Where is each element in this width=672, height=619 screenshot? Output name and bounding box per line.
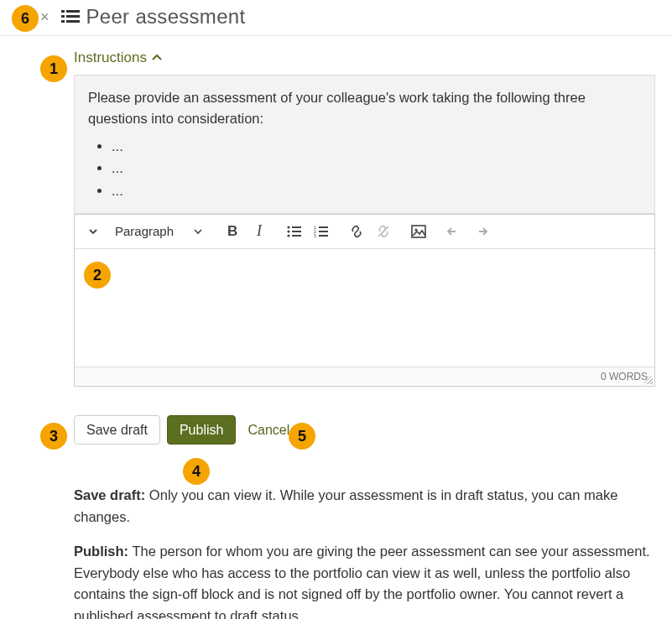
instructions-list: ... ... ... [88,136,641,201]
button-row: Save draft Publish Cancel [74,415,655,445]
editor-status-bar: 0 WORDS [75,367,654,386]
annotation-marker-4: 4 [183,458,210,485]
editor-toolbar: Paragraph B I 1 2 3 [75,214,654,249]
page-title: Peer assessment [86,5,246,29]
instructions-toggle[interactable]: Instructions [74,49,162,66]
rich-text-editor: Paragraph B I 1 2 3 [74,214,655,387]
word-count: 0 WORDS [601,371,648,382]
help-publish-label: Publish: [74,544,128,559]
instructions-intro: Please provide an assessment of your col… [88,87,641,129]
image-button[interactable] [407,220,430,243]
svg-rect-0 [61,10,65,13]
svg-text:3: 3 [314,233,316,238]
list-item: ... [112,180,641,201]
close-icon[interactable]: × [40,9,49,24]
annotation-marker-3: 3 [40,423,67,450]
svg-rect-17 [319,235,328,237]
svg-rect-5 [66,20,80,23]
svg-point-6 [287,226,289,228]
svg-rect-1 [66,10,80,13]
link-button[interactable] [345,220,368,243]
svg-rect-15 [319,231,328,232]
svg-rect-2 [61,15,65,18]
unlink-button[interactable] [372,220,395,243]
numbered-list-button[interactable]: 1 2 3 [310,220,333,243]
instructions-box: Please provide an assessment of your col… [74,75,655,214]
list-icon [61,8,80,25]
help-save-draft-label: Save draft: [74,487,145,502]
chevron-up-icon [152,53,162,63]
svg-rect-3 [66,15,80,18]
annotation-marker-1: 1 [40,55,67,82]
format-select[interactable]: Paragraph [108,221,209,242]
svg-rect-7 [292,226,301,228]
publish-button[interactable]: Publish [167,415,236,445]
save-draft-button[interactable]: Save draft [74,415,160,445]
list-item: ... [112,158,641,179]
annotation-marker-2: 2 [84,262,111,289]
redo-button[interactable] [469,220,492,243]
help-publish: Publish: The person for whom you are giv… [74,541,655,619]
svg-point-8 [287,230,289,232]
format-select-label: Paragraph [115,224,174,238]
svg-rect-13 [319,226,328,228]
svg-rect-11 [292,235,301,237]
bullet-list-button[interactable] [283,220,306,243]
resize-handle[interactable] [644,376,653,384]
list-item: ... [112,136,641,157]
help-block: Save draft: Only you can view it. While … [74,485,655,619]
instructions-label: Instructions [74,49,147,66]
help-save-draft-text: Only you can view it. While your assessm… [74,487,617,524]
bold-button[interactable]: B [221,220,244,243]
svg-rect-4 [61,20,65,23]
help-publish-text: The person for whom you are giving the p… [74,544,650,619]
svg-rect-9 [292,231,301,232]
editor-body[interactable] [75,249,654,367]
help-save-draft: Save draft: Only you can view it. While … [74,485,655,528]
topbar: × Peer assessment [0,0,672,36]
annotation-marker-5: 5 [289,423,315,450]
italic-button[interactable]: I [247,220,271,243]
undo-button[interactable] [442,220,466,243]
more-toggle[interactable] [81,220,105,243]
annotation-marker-6: 6 [12,5,39,32]
content-area: Instructions Please provide an assessmen… [0,36,672,619]
svg-point-10 [287,234,289,237]
